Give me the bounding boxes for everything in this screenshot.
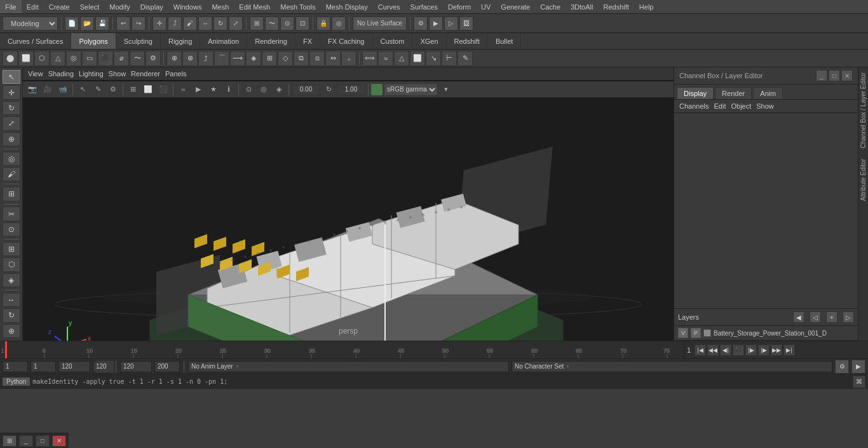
vp-camera-icon2[interactable]: 🎥: [41, 83, 55, 97]
vp-camera-icon3[interactable]: 📹: [56, 83, 70, 97]
show-render[interactable]: 🖼: [459, 17, 473, 31]
lattice-deform-icon[interactable]: ⊞: [3, 242, 20, 256]
tl-next-key[interactable]: ▶▶: [771, 344, 782, 356]
menu-create[interactable]: Create: [44, 0, 75, 13]
menu-edit-mesh[interactable]: Edit Mesh: [234, 0, 275, 13]
tl-go-start[interactable]: |◀: [695, 344, 706, 356]
mode-dropdown[interactable]: Modeling Rigging Animation: [3, 17, 58, 31]
menu-modify[interactable]: Modify: [104, 0, 135, 13]
window-close[interactable]: ✕: [52, 435, 66, 447]
lasso-tool[interactable]: ⤴: [168, 17, 182, 31]
ch-menu-show[interactable]: Show: [756, 102, 774, 110]
menu-redshift[interactable]: Redshift: [598, 0, 634, 13]
channel-tab-anim[interactable]: Anim: [753, 87, 783, 99]
playback-end-input[interactable]: [120, 361, 152, 372]
move-tool[interactable]: ↔: [198, 17, 212, 31]
undo-button[interactable]: ↩: [116, 17, 130, 31]
menu-uv[interactable]: UV: [476, 0, 496, 13]
crease-icon[interactable]: ◈: [3, 273, 20, 287]
live-surface[interactable]: 🔒: [316, 17, 330, 31]
channel-box-maximize[interactable]: □: [829, 70, 840, 81]
shelf-merge[interactable]: ⊞: [262, 51, 277, 66]
vp-hud-icon[interactable]: ℹ: [222, 83, 236, 97]
playback-speed-input[interactable]: [154, 361, 180, 372]
soft-select-icon[interactable]: ◎: [3, 152, 20, 166]
shelf-smooth[interactable]: ≈: [378, 51, 393, 66]
vp-wireframe-icon[interactable]: ⬜: [141, 83, 155, 97]
multi-cut-icon[interactable]: ✂: [3, 207, 20, 221]
shelf-mirror[interactable]: ⟺: [362, 51, 377, 66]
menu-help[interactable]: Help: [634, 0, 659, 13]
menu-mesh[interactable]: Mesh: [207, 0, 234, 13]
channel-box-close[interactable]: ✕: [841, 70, 853, 81]
layer-pickable[interactable]: P: [691, 328, 701, 338]
vp-menu-panels[interactable]: Panels: [165, 70, 187, 78]
layers-prev-btn[interactable]: ◀: [793, 311, 804, 323]
vp-smooth-icon[interactable]: ≈: [176, 83, 190, 97]
camera-move-icon[interactable]: ↔: [3, 293, 20, 307]
vp-crease-icon[interactable]: ◈: [272, 83, 286, 97]
select-mode-icon[interactable]: ↖: [3, 70, 20, 84]
menu-edit[interactable]: Edit: [22, 0, 44, 13]
vp-menu-lighting[interactable]: Lighting: [79, 70, 104, 78]
layer-visibility[interactable]: V: [678, 328, 688, 338]
shelf-offset-loop[interactable]: ⧈: [309, 51, 325, 66]
shelf-helix[interactable]: 〜: [130, 51, 145, 66]
tl-play-fwd[interactable]: |▶: [745, 344, 757, 356]
python-label[interactable]: Python: [3, 377, 30, 386]
menu-file[interactable]: File: [0, 0, 22, 13]
channel-box-minimize[interactable]: _: [816, 70, 827, 81]
vp-menu-show[interactable]: Show: [109, 70, 126, 78]
vp-quality-icon[interactable]: ★: [207, 83, 220, 97]
vp-grid-icon[interactable]: ⊞: [126, 83, 140, 97]
vp-snap-icon[interactable]: ⊙: [241, 83, 255, 97]
vtab-channel-box[interactable]: Channel Box / Layer Editor: [858, 67, 868, 154]
layers-prev2-btn[interactable]: ◁: [810, 311, 821, 323]
vtab-attribute-editor[interactable]: Attribute Editor: [858, 154, 868, 206]
tab-animation[interactable]: Animation: [200, 33, 247, 49]
shelf-separate[interactable]: ⊗: [182, 51, 198, 66]
frame-display-input[interactable]: [96, 361, 114, 372]
shelf-quadrangulate[interactable]: ⬜: [410, 51, 425, 66]
camera-rotate-icon[interactable]: ↻: [3, 308, 20, 322]
vp-rotation-y-input[interactable]: [337, 84, 365, 95]
render-current[interactable]: ▶: [429, 17, 443, 31]
menu-windows[interactable]: Windows: [168, 0, 207, 13]
menu-cache[interactable]: Cache: [535, 0, 566, 13]
shelf-fill-hole[interactable]: ⬦: [341, 51, 356, 66]
snap-to-view[interactable]: ⊡: [295, 17, 309, 31]
window-minimize[interactable]: _: [19, 435, 33, 447]
tab-rendering[interactable]: Rendering: [247, 33, 295, 49]
new-scene-button[interactable]: 📄: [65, 17, 79, 31]
tab-rigging[interactable]: Rigging: [161, 33, 200, 49]
ch-menu-object[interactable]: Object: [731, 102, 751, 110]
script-editor-icon[interactable]: ⌘: [853, 376, 865, 388]
shelf-cone[interactable]: △: [50, 51, 65, 66]
vp-camera-icon[interactable]: 📷: [25, 83, 39, 97]
vp-rotation-icon[interactable]: ↻: [322, 83, 336, 97]
menu-select[interactable]: Select: [75, 0, 105, 13]
viewport-3d[interactable]: View Shading Lighting Show Renderer Pane…: [23, 67, 674, 341]
tab-sculpting[interactable]: Sculpting: [116, 33, 161, 49]
shelf-insert-loop[interactable]: ⧉: [294, 51, 309, 66]
playback-preferences[interactable]: ⚙: [835, 360, 849, 374]
vp-menu-shading[interactable]: Shading: [48, 70, 74, 78]
menu-mesh-display[interactable]: Mesh Display: [321, 0, 373, 13]
tab-bullet[interactable]: Bullet: [488, 33, 522, 49]
shelf-bridge[interactable]: ⌒: [214, 51, 229, 66]
menu-surfaces[interactable]: Surfaces: [405, 0, 443, 13]
shelf-reduce[interactable]: ↘: [426, 51, 441, 66]
tab-polygons[interactable]: Polygons: [71, 33, 116, 49]
render-settings[interactable]: ⚙: [414, 17, 428, 31]
vp-render-icon[interactable]: ▶: [191, 83, 205, 97]
universal-manip-icon[interactable]: ⊕: [3, 132, 20, 146]
cluster-icon[interactable]: ⬡: [3, 257, 20, 271]
snap-to-grid[interactable]: ⊞: [250, 17, 264, 31]
menu-deform[interactable]: Deform: [443, 0, 476, 13]
tl-prev-frame[interactable]: ◀|: [720, 344, 731, 356]
shelf-combine[interactable]: ⊕: [166, 51, 182, 66]
shelf-chamfer[interactable]: ◇: [278, 51, 293, 66]
vp-color-space-dropdown[interactable]: sRGB gamma linear: [384, 83, 438, 96]
tl-go-end[interactable]: ▶|: [783, 344, 795, 356]
move-mode-icon[interactable]: ✛: [3, 85, 20, 99]
